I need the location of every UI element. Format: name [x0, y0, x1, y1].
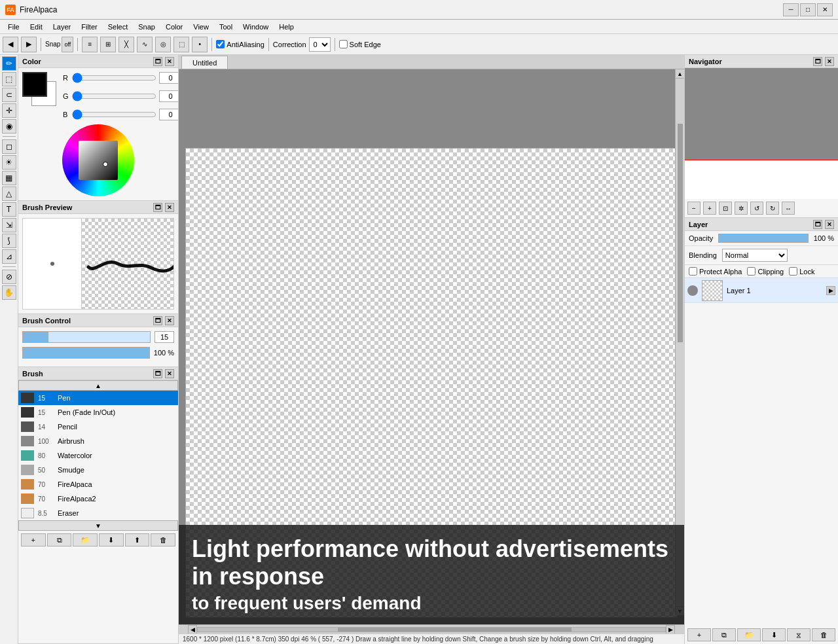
soft-edge-checkbox[interactable]: Soft Edge — [339, 40, 381, 48]
close-button[interactable]: ✕ — [817, 3, 833, 16]
r-slider[interactable] — [72, 75, 156, 80]
lock-check[interactable]: Lock — [789, 267, 814, 276]
layer-new-btn[interactable]: + — [687, 628, 711, 641]
snap-wave-button[interactable]: ∿ — [137, 37, 153, 52]
clipping-input[interactable] — [747, 267, 756, 276]
layer-copy-btn[interactable]: ⧉ — [712, 628, 736, 641]
minimize-button[interactable]: ─ — [783, 3, 799, 16]
tool-gradient[interactable]: ▦ — [2, 171, 16, 185]
foreground-color-swatch[interactable] — [22, 72, 47, 97]
scroll-v-up-btn[interactable]: ▲ — [676, 69, 684, 79]
b-input[interactable] — [159, 109, 179, 120]
brush-export-button[interactable]: ⬆ — [125, 533, 150, 546]
brush-preview-restore[interactable]: 🗔 — [153, 203, 162, 212]
color-wheel-area[interactable] — [22, 124, 174, 196]
layer-delete-btn[interactable]: 🗑 — [812, 628, 835, 641]
r-input[interactable] — [159, 72, 179, 84]
maximize-button[interactable]: □ — [800, 3, 816, 16]
color-panel-close[interactable]: ✕ — [165, 57, 174, 66]
menu-select[interactable]: Select — [103, 22, 134, 32]
menu-snap[interactable]: Snap — [133, 22, 160, 32]
snap-dot-button[interactable]: • — [192, 37, 208, 52]
antialiasing-checkbox[interactable]: AntiAliasing — [216, 40, 264, 48]
brush-item-firealpaca[interactable]: 70 FireAlpaca — [18, 477, 178, 492]
layer-close[interactable]: ✕ — [825, 220, 834, 229]
g-input[interactable] — [159, 90, 179, 102]
tool-transform[interactable]: ⇲ — [2, 218, 16, 232]
navigator-preview[interactable] — [685, 68, 838, 199]
lock-input[interactable] — [789, 267, 797, 276]
tool-move[interactable]: ✛ — [2, 103, 16, 118]
brush-folder-button[interactable]: 📁 — [73, 533, 98, 546]
brush-item-firealpaca2[interactable]: 70 FireAlpaca2 — [18, 492, 178, 506]
snap-lines-button[interactable]: ≡ — [82, 37, 98, 52]
menu-filter[interactable]: Filter — [76, 22, 102, 32]
brush-size-input[interactable] — [155, 331, 174, 343]
nav-flip[interactable]: ↔ — [782, 202, 795, 215]
tool-pen[interactable]: ✏ — [2, 56, 16, 71]
layer-import-btn[interactable]: ⬇ — [762, 628, 786, 641]
brush-item-watercolor[interactable]: 80 Watercolor — [18, 448, 178, 463]
opacity-bar[interactable] — [718, 234, 809, 243]
layer-item-1[interactable]: Layer 1 ▶ — [685, 278, 838, 303]
menu-edit[interactable]: Edit — [25, 22, 48, 32]
brush-scroll-up[interactable]: ▲ — [18, 380, 178, 391]
canvas-tab-untitled[interactable]: Untitled — [181, 56, 228, 69]
brush-import-button[interactable]: ⬇ — [99, 533, 124, 546]
canvas-scrollbar-h[interactable]: ◀ ▶ — [179, 624, 684, 634]
scroll-v-thumb[interactable] — [678, 124, 683, 342]
color-panel-restore[interactable]: 🗔 — [153, 57, 162, 66]
layer-expand-1[interactable]: ▶ — [826, 286, 835, 295]
snap-toggle[interactable]: off — [62, 37, 73, 52]
brush-item-pen-fade[interactable]: 15 Pen (Fade In/Out) — [18, 405, 178, 420]
scroll-h-right-btn[interactable]: ▶ — [666, 625, 675, 634]
prev-button[interactable]: ◀ — [3, 37, 18, 52]
brush-panel-restore[interactable]: 🗔 — [153, 369, 162, 378]
navigator-close[interactable]: ✕ — [825, 57, 834, 66]
navigator-restore[interactable]: 🗔 — [813, 57, 822, 66]
tool-lasso[interactable]: ⊂ — [2, 88, 16, 102]
antialiasing-check-input[interactable] — [216, 40, 225, 48]
tool-fill[interactable]: ◉ — [2, 119, 16, 134]
nav-rotate-right[interactable]: ↻ — [766, 202, 779, 215]
brush-opacity-bar-container[interactable] — [22, 347, 150, 359]
tool-eyedropper[interactable]: ⊘ — [2, 270, 16, 284]
b-slider[interactable] — [72, 112, 156, 117]
tool-text[interactable]: T — [2, 202, 16, 217]
snap-diag-button[interactable]: ╳ — [118, 37, 134, 52]
brush-item-eraser[interactable]: 8.5 Eraser — [18, 506, 178, 520]
menu-window[interactable]: Window — [238, 22, 274, 32]
next-button[interactable]: ▶ — [21, 37, 37, 52]
brush-size-bar-container[interactable] — [22, 331, 151, 343]
protect-alpha-check[interactable]: Protect Alpha — [689, 267, 742, 276]
layer-restore[interactable]: 🗔 — [813, 220, 822, 229]
layer-merge-btn[interactable]: ⧖ — [787, 628, 811, 641]
tool-hand[interactable]: ✋ — [2, 285, 16, 300]
nav-fit[interactable]: ⊡ — [719, 202, 732, 215]
brush-item-smudge[interactable]: 50 Smudge — [18, 463, 178, 477]
tool-shape[interactable]: △ — [2, 187, 16, 201]
menu-help[interactable]: Help — [274, 22, 299, 32]
snap-grid-button[interactable]: ⊞ — [100, 37, 116, 52]
tool-select-rect[interactable]: ⬚ — [2, 72, 16, 86]
brush-control-restore[interactable]: 🗔 — [153, 316, 162, 325]
clipping-check[interactable]: Clipping — [747, 267, 784, 276]
soft-edge-check-input[interactable] — [339, 40, 348, 48]
nav-rotate-left[interactable]: ↺ — [750, 202, 763, 215]
layer-visibility-1[interactable] — [687, 285, 698, 296]
brush-item-pen[interactable]: 15 Pen — [18, 391, 178, 405]
menu-layer[interactable]: Layer — [48, 22, 77, 32]
menu-color[interactable]: Color — [160, 22, 188, 32]
layer-folder-btn[interactable]: 📁 — [737, 628, 761, 641]
scroll-h-left-btn[interactable]: ◀ — [188, 625, 197, 634]
tool-warp[interactable]: ⟆ — [2, 234, 16, 248]
nav-zoom-in[interactable]: + — [703, 202, 716, 215]
brush-item-pencil[interactable]: 14 Pencil — [18, 420, 178, 434]
scrollbar-thumb-h[interactable] — [338, 628, 572, 632]
brush-control-close[interactable]: ✕ — [165, 316, 174, 325]
snap-select-button[interactable]: ⬚ — [173, 37, 189, 52]
tool-dodge[interactable]: ☀ — [2, 155, 16, 170]
brush-item-airbrush[interactable]: 100 Airbrush — [18, 434, 178, 448]
canvas-viewport[interactable]: Light performance without advertisements… — [179, 69, 684, 624]
g-slider[interactable] — [72, 94, 156, 99]
